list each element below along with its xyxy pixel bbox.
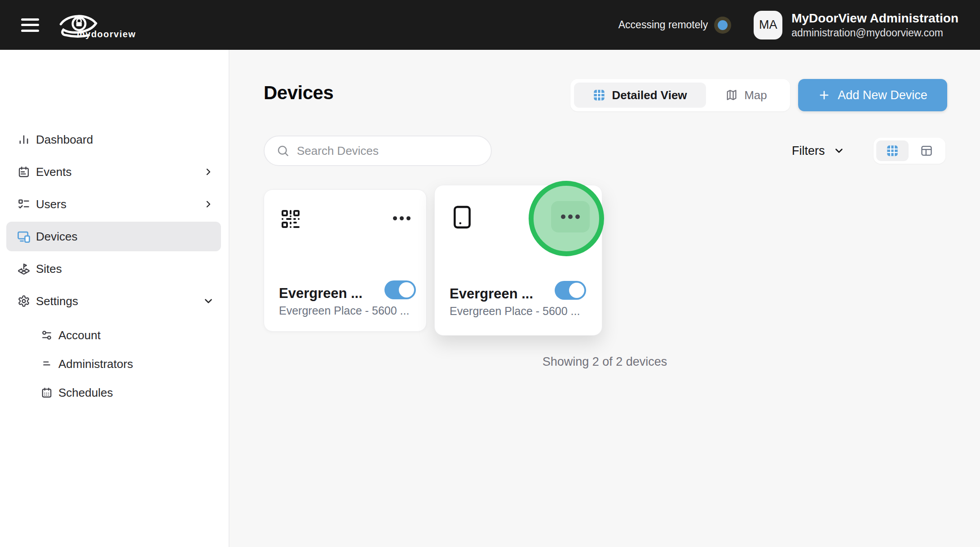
search-devices-box bbox=[264, 136, 492, 166]
layout-toggle bbox=[874, 138, 945, 164]
add-new-device-button[interactable]: Add New Device bbox=[798, 79, 947, 111]
menu-icon[interactable] bbox=[21, 18, 39, 32]
account-info: MyDoorView Administration administration… bbox=[791, 11, 958, 39]
sidebar-item-schedules[interactable]: Schedules bbox=[0, 378, 229, 407]
device-name: Evergreen ... bbox=[450, 286, 548, 302]
view-mode-switcher: Detailed View Map bbox=[570, 79, 790, 111]
top-bar: mydoorview Accessing remotely MA MyDoorV… bbox=[0, 0, 980, 50]
sidebar-item-events[interactable]: Events bbox=[0, 156, 229, 188]
grid-icon bbox=[886, 144, 899, 157]
account-name: MyDoorView Administration bbox=[791, 11, 958, 26]
tablet-icon bbox=[453, 205, 472, 231]
search-icon bbox=[276, 144, 290, 158]
detailed-view-button[interactable]: Detailed View bbox=[574, 83, 706, 108]
grid-layout-button[interactable] bbox=[876, 140, 909, 161]
plus-icon bbox=[818, 89, 830, 101]
card-menu-button[interactable] bbox=[551, 201, 590, 232]
filters-dropdown[interactable]: Filters bbox=[792, 139, 845, 163]
devices-icon bbox=[17, 230, 31, 243]
click-indicator bbox=[529, 181, 604, 256]
sidebar-item-account[interactable]: Account bbox=[0, 321, 229, 350]
search-input[interactable] bbox=[297, 144, 477, 158]
avatar[interactable]: MA bbox=[754, 11, 782, 39]
device-enabled-toggle[interactable] bbox=[384, 280, 416, 299]
results-summary: Showing 2 of 2 devices bbox=[230, 355, 980, 369]
lines-icon bbox=[40, 358, 53, 370]
chevron-down-icon bbox=[203, 295, 214, 307]
device-location: Evergreen Place - 5600 ... bbox=[279, 304, 423, 317]
device-location: Evergreen Place - 5600 ... bbox=[450, 305, 593, 318]
gear-icon bbox=[17, 294, 31, 308]
sliders-icon bbox=[40, 329, 53, 341]
map-icon bbox=[725, 89, 738, 101]
mydoorview-logo[interactable]: mydoorview bbox=[57, 5, 129, 45]
sidebar-item-devices[interactable]: Devices bbox=[0, 220, 229, 253]
main-content: Devices Detailed View Map Add New Device bbox=[230, 50, 980, 547]
calendar-icon bbox=[40, 386, 53, 399]
calendar-icon bbox=[17, 165, 31, 179]
device-enabled-toggle[interactable] bbox=[555, 281, 586, 300]
ellipsis-icon bbox=[561, 214, 580, 219]
sidebar-item-settings[interactable]: Settings bbox=[0, 285, 229, 317]
sidebar-item-users[interactable]: Users bbox=[0, 188, 229, 220]
logo-text: mydoorview bbox=[77, 29, 136, 39]
sidebar-item-sites[interactable]: Sites bbox=[0, 253, 229, 285]
list-todo-icon bbox=[17, 197, 31, 211]
site-flag-icon bbox=[17, 262, 31, 276]
grid-icon bbox=[593, 89, 605, 101]
chevron-right-icon bbox=[203, 166, 214, 178]
device-card[interactable]: Evergreen ... Evergreen Place - 5600 ... bbox=[264, 189, 427, 332]
sidebar-item-dashboard[interactable]: Dashboard bbox=[0, 123, 229, 156]
chevron-right-icon bbox=[203, 198, 214, 210]
chevron-down-icon bbox=[833, 145, 845, 157]
account-email: administration@mydoorview.com bbox=[791, 26, 958, 39]
remote-status-indicator bbox=[714, 17, 731, 34]
sidebar: Dashboard Events Users De bbox=[0, 50, 230, 547]
table-columns-icon bbox=[920, 144, 933, 157]
device-name: Evergreen ... bbox=[279, 285, 378, 302]
table-layout-button[interactable] bbox=[910, 140, 943, 161]
remote-access-label: Accessing remotely bbox=[618, 19, 708, 31]
bar-chart-icon bbox=[17, 133, 31, 146]
page-title: Devices bbox=[264, 82, 333, 104]
map-view-button[interactable]: Map bbox=[706, 83, 786, 108]
qr-code-icon bbox=[280, 208, 301, 232]
sidebar-item-administrators[interactable]: Administrators bbox=[0, 350, 229, 378]
card-menu-button[interactable] bbox=[393, 216, 411, 220]
